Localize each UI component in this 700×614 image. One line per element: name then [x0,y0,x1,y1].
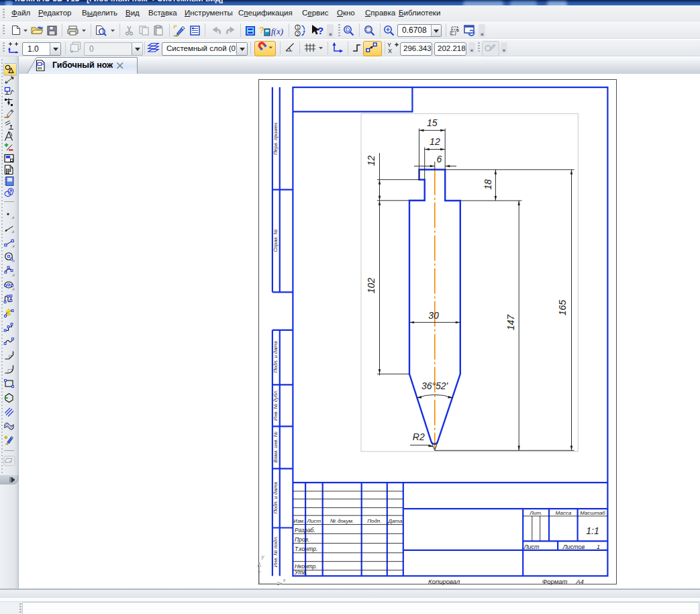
svg-text:Разраб.: Разраб. [295,527,315,533]
svg-text:Справ. №: Справ. № [272,229,279,252]
svg-text:Перв. примен.: Перв. примен. [272,121,279,155]
svg-text:165: 165 [557,300,568,316]
svg-text:18: 18 [483,179,493,190]
svg-text:Инв. № подл.: Инв. № подл. [272,536,279,568]
svg-text:Дата: Дата [387,518,403,524]
svg-text:Т.контр.: Т.контр. [295,546,317,552]
svg-text:1: 1 [597,544,600,550]
svg-text:36°52': 36°52' [421,380,449,391]
svg-text:Утв.: Утв. [294,569,307,576]
svg-text:Масштаб: Масштаб [580,510,605,516]
svg-text:Лист: Лист [307,518,321,524]
svg-text:Инв. № дубл.: Инв. № дубл. [272,390,279,421]
svg-text:Масса: Масса [555,510,571,516]
svg-text:102: 102 [366,278,377,294]
svg-text:Пров.: Пров. [295,536,309,543]
svg-text:Лит.: Лит. [529,510,542,516]
svg-text:15: 15 [427,117,438,128]
svg-text:Взам. инв. №: Взам. инв. № [272,431,279,462]
svg-text:Копировал: Копировал [428,578,460,585]
svg-text:№ докум.: № докум. [330,518,354,524]
svg-text:R2: R2 [413,431,425,442]
svg-text:Подп. и дата: Подп. и дата [272,342,279,373]
svg-text:6: 6 [437,154,442,164]
svg-text:X: X [388,48,392,54]
svg-text:12: 12 [366,156,377,166]
svg-text:1:1: 1:1 [586,525,599,536]
svg-text:147: 147 [505,314,516,331]
svg-text:Листов: Листов [562,544,585,550]
svg-text:Изм.: Изм. [293,518,305,524]
svg-text:Подп. и дата: Подп. и дата [272,482,279,514]
svg-text:30: 30 [428,310,439,321]
svg-text:Подп.: Подп. [367,518,381,524]
svg-text:12: 12 [430,136,440,147]
svg-text:Формат: Формат [542,578,568,585]
svg-text:Лист: Лист [523,544,540,550]
svg-text:А4: А4 [575,578,584,585]
